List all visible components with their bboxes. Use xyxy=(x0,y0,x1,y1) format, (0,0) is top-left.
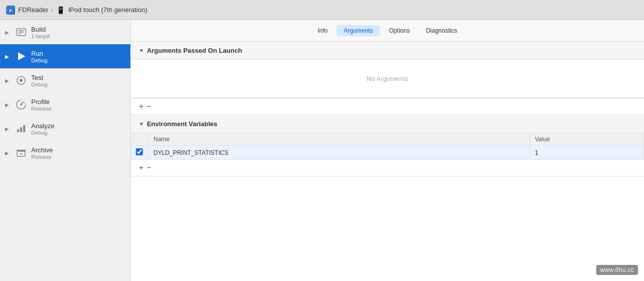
tabs-bar: Info Arguments Options Diagnostics xyxy=(131,20,644,42)
add-env-var-button[interactable]: + xyxy=(139,164,143,172)
section-title-arguments: Arguments Passed On Launch xyxy=(147,47,242,54)
svg-rect-11 xyxy=(20,127,22,132)
section-arguments-passed: ▼ Arguments Passed On Launch No Argument… xyxy=(131,42,644,115)
sidebar-item-analyze-title: Analyze xyxy=(31,122,54,130)
env-table: Name Value DYLD_PRINT_STATISTICS 1 xyxy=(131,133,644,159)
tab-diagnostics[interactable]: Diagnostics xyxy=(419,25,464,36)
run-icon xyxy=(15,50,27,62)
env-col-name: Name xyxy=(148,133,530,146)
main-layout: ▶ Build 1 target ▶ xyxy=(0,20,644,281)
expand-arrow-profile: ▶ xyxy=(5,102,11,108)
tab-arguments[interactable]: Arguments xyxy=(337,25,380,36)
sidebar-item-build-title: Build xyxy=(31,26,50,33)
remove-argument-button[interactable]: − xyxy=(146,103,151,111)
arguments-action-buttons: + − xyxy=(131,98,644,115)
profile-icon xyxy=(15,99,27,111)
svg-rect-10 xyxy=(17,129,19,132)
section-triangle-env[interactable]: ▼ xyxy=(139,121,144,127)
env-row-checkbox[interactable] xyxy=(136,148,143,155)
sidebar-item-archive-text: Archive Release xyxy=(31,146,53,160)
sidebar-item-run-title: Run xyxy=(31,50,47,57)
svg-rect-12 xyxy=(23,125,25,132)
sidebar-item-test-text: Test Debug xyxy=(31,74,47,87)
sidebar-item-run[interactable]: ▶ Run Debug xyxy=(0,44,130,68)
content-panels: ▼ Arguments Passed On Launch No Argument… xyxy=(131,42,644,281)
svg-point-8 xyxy=(20,79,23,82)
content-area: Info Arguments Options Diagnostics ▼ Arg… xyxy=(131,20,644,281)
archive-icon xyxy=(15,147,27,159)
section-header-arguments: ▼ Arguments Passed On Launch xyxy=(131,42,644,60)
section-title-env: Environment Variables xyxy=(147,120,217,128)
sidebar-item-profile-title: Profile xyxy=(31,98,51,106)
watermark: www.6hu.cc xyxy=(596,265,638,275)
expand-arrow-build: ▶ xyxy=(5,30,11,35)
sidebar-item-archive-subtitle: Release xyxy=(31,154,53,160)
sidebar-item-run-text: Run Debug xyxy=(31,50,47,63)
expand-arrow-analyze: ▶ xyxy=(5,126,11,132)
add-argument-button[interactable]: + xyxy=(139,103,143,111)
sidebar-item-analyze[interactable]: ▶ Analyze Debug xyxy=(0,117,130,141)
device-name: iPod touch (7th generation) xyxy=(68,6,147,14)
table-row: DYLD_PRINT_STATISTICS 1 xyxy=(131,146,644,160)
sidebar-item-archive-title: Archive xyxy=(31,146,53,154)
sidebar-item-run-subtitle: Debug xyxy=(31,57,47,63)
title-bar: F FDReader › 📱 iPod touch (7th generatio… xyxy=(0,0,644,20)
device-icon: 📱 xyxy=(56,6,65,15)
sidebar-item-profile-text: Profile Release xyxy=(31,98,51,112)
breadcrumb-chevron: › xyxy=(51,7,53,14)
sidebar-item-analyze-subtitle: Debug xyxy=(31,130,54,136)
sidebar-item-test-title: Test xyxy=(31,74,47,81)
sidebar-item-profile-subtitle: Release xyxy=(31,106,51,112)
build-icon xyxy=(15,26,27,38)
expand-arrow-archive: ▶ xyxy=(5,150,11,156)
app-name: FDReader xyxy=(18,6,48,14)
svg-marker-6 xyxy=(18,52,25,60)
no-arguments-text: No Arguments xyxy=(131,60,644,98)
section-environment-variables: ▼ Environment Variables Name Value xyxy=(131,115,644,176)
test-icon xyxy=(15,74,27,86)
section-content-arguments: No Arguments + − xyxy=(131,60,644,115)
env-col-checkbox xyxy=(131,133,148,146)
env-table-header-row: Name Value xyxy=(131,133,644,146)
analyze-icon xyxy=(15,123,27,135)
remove-env-var-button[interactable]: − xyxy=(146,164,151,172)
section-header-env: ▼ Environment Variables xyxy=(131,115,644,133)
expand-arrow-run: ▶ xyxy=(5,54,11,59)
sidebar-item-test[interactable]: ▶ Test Debug xyxy=(0,68,130,92)
svg-point-9 xyxy=(20,104,22,106)
expand-arrow-test: ▶ xyxy=(5,78,11,83)
sidebar-item-build-subtitle: 1 target xyxy=(31,33,50,39)
svg-text:F: F xyxy=(10,9,12,13)
sidebar-item-profile[interactable]: ▶ Profile Release xyxy=(0,92,130,117)
sidebar-item-analyze-text: Analyze Debug xyxy=(31,122,54,136)
sidebar-item-build-text: Build 1 target xyxy=(31,26,50,39)
env-row-checkbox-cell xyxy=(131,146,148,160)
env-action-buttons: + − xyxy=(131,159,644,176)
tab-info[interactable]: Info xyxy=(310,25,335,36)
env-row-value: 1 xyxy=(530,146,644,160)
sidebar-item-archive[interactable]: ▶ Archive Release xyxy=(0,141,130,165)
tab-options[interactable]: Options xyxy=(382,25,417,36)
sidebar: ▶ Build 1 target ▶ xyxy=(0,20,131,281)
env-col-value: Value xyxy=(530,133,644,146)
env-row-name: DYLD_PRINT_STATISTICS xyxy=(148,146,530,160)
sidebar-item-build[interactable]: ▶ Build 1 target xyxy=(0,20,130,44)
section-content-env: Name Value DYLD_PRINT_STATISTICS 1 xyxy=(131,133,644,176)
sidebar-item-test-subtitle: Debug xyxy=(31,81,47,87)
section-triangle-arguments[interactable]: ▼ xyxy=(139,48,144,53)
app-icon: F xyxy=(6,6,15,15)
